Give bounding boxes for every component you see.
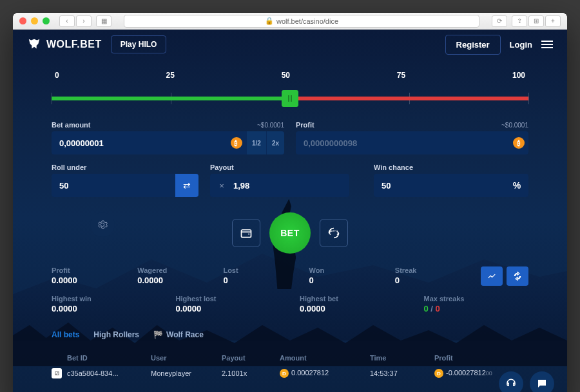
window-zoom[interactable] xyxy=(43,17,50,24)
svg-text:AUTO: AUTO xyxy=(330,229,338,232)
maxstreaks-value: 0 / 0 xyxy=(424,304,529,313)
tab-all-bets[interactable]: All bets xyxy=(52,330,79,339)
highbet-value: 0.0000 xyxy=(300,304,405,313)
settings-button[interactable] xyxy=(90,212,115,237)
table-row[interactable]: ⚂ c35a5804-834... Moneyplayer 2.1001x D0… xyxy=(52,364,528,382)
doge-icon: D xyxy=(280,369,289,378)
browser-titlebar: ‹ › ▦ 🔒 wolf.bet/casino/dice ⟳ ⇪ ⊞ + xyxy=(13,13,567,30)
nav-forward[interactable]: › xyxy=(76,15,92,27)
wallet-icon xyxy=(240,227,253,239)
nav-tabs[interactable]: ⊞ xyxy=(528,15,544,27)
stat-streak-label: Streak xyxy=(395,266,461,274)
maxstreaks-label: Max streaks xyxy=(424,295,529,303)
profit-label: Profit xyxy=(296,121,314,129)
bet-amount-label: Bet amount xyxy=(52,121,91,129)
stat-profit-label: Profit xyxy=(52,266,118,274)
cell-payout: 2.1001x xyxy=(222,369,280,377)
dice-icon: ⚂ xyxy=(52,368,62,378)
half-button[interactable]: 1/2 xyxy=(246,131,266,154)
chart-button[interactable] xyxy=(481,266,503,286)
menu-icon[interactable] xyxy=(541,41,553,48)
stat-won-value: 0 xyxy=(309,275,376,285)
roll-under-input[interactable] xyxy=(52,174,175,197)
login-link[interactable]: Login xyxy=(510,40,532,50)
cell-amount: D0.00027812 xyxy=(280,369,370,378)
profit-input[interactable] xyxy=(296,131,513,154)
gear-icon xyxy=(97,219,108,230)
stat-wagered-value: 0.0000 xyxy=(137,275,204,285)
headset-icon xyxy=(505,378,517,389)
tab-high-rollers[interactable]: High Rollers xyxy=(93,330,139,339)
dice-slider[interactable] xyxy=(52,86,528,112)
doge-icon: D xyxy=(434,369,443,378)
winchance-input[interactable] xyxy=(374,174,505,197)
highwin-value: 0.0000 xyxy=(52,304,157,313)
swap-icon[interactable]: ⇄ xyxy=(175,174,198,197)
multiply-icon: × xyxy=(210,174,233,197)
payout-input[interactable] xyxy=(233,174,349,197)
refresh-button[interactable] xyxy=(507,266,528,286)
stat-wagered-label: Wagered xyxy=(137,266,204,274)
btc-icon: ₿ xyxy=(231,137,242,149)
nav-back[interactable]: ‹ xyxy=(59,15,75,27)
window-minimize[interactable] xyxy=(31,17,38,24)
nav-share[interactable]: ⇪ xyxy=(512,15,527,27)
play-hilo-button[interactable]: Play HILO xyxy=(111,35,167,53)
lock-icon: 🔒 xyxy=(265,17,274,25)
chat-button[interactable] xyxy=(530,371,554,392)
stat-won-label: Won xyxy=(309,266,376,274)
nav-newtab[interactable]: + xyxy=(545,15,561,27)
stat-lost-label: Lost xyxy=(223,266,289,274)
profit-hint: ~$0.0001 xyxy=(501,122,528,129)
percent-icon: % xyxy=(505,174,528,197)
btc-icon: ₿ xyxy=(513,137,525,149)
brand-logo[interactable]: WOLF.BET xyxy=(27,37,102,51)
roll-under-label: Roll under xyxy=(52,163,198,171)
slider-handle[interactable] xyxy=(282,90,298,107)
chat-icon xyxy=(536,378,548,389)
cell-user: Moneyplayer xyxy=(151,369,222,377)
flag-icon: 🏁 xyxy=(153,330,163,339)
auto-button[interactable]: AUTO xyxy=(320,219,348,247)
url-text: wolf.bet/casino/dice xyxy=(276,17,338,25)
table-header: Bet ID User Payout Amount Time Profit xyxy=(52,351,528,364)
wallet-button[interactable] xyxy=(232,219,260,247)
highlost-label: Highest lost xyxy=(176,295,281,303)
stat-streak-value: 0 xyxy=(395,275,461,285)
stat-lost-value: 0 xyxy=(223,275,289,285)
auto-icon: AUTO xyxy=(327,227,340,239)
window-close[interactable] xyxy=(19,17,26,24)
url-bar[interactable]: 🔒 wolf.bet/casino/dice xyxy=(124,15,479,28)
tab-wolf-race[interactable]: 🏁Wolf Race xyxy=(153,330,204,339)
nav-reload[interactable]: ⟳ xyxy=(492,15,507,27)
register-button[interactable]: Register xyxy=(445,35,501,55)
svg-rect-0 xyxy=(242,230,251,238)
brand-text: WOLF.BET xyxy=(46,39,102,50)
support-button[interactable] xyxy=(499,371,523,392)
slider-labels: 0 25 50 75 100 xyxy=(52,71,528,80)
stat-profit-value: 0.0000 xyxy=(52,275,118,285)
bet-amount-input[interactable] xyxy=(52,131,231,154)
payout-label: Payout xyxy=(210,163,349,171)
refresh-icon xyxy=(513,272,522,281)
highlost-value: 0.0000 xyxy=(176,304,281,313)
chart-icon xyxy=(487,272,496,281)
nav-sidebar[interactable]: ▦ xyxy=(96,15,111,27)
double-button[interactable]: 2x xyxy=(266,131,284,154)
highwin-label: Highest win xyxy=(52,295,157,303)
highbet-label: Highest bet xyxy=(300,295,405,303)
wolf-icon xyxy=(27,37,41,51)
winchance-label: Win chance xyxy=(374,163,528,171)
cell-time: 14:53:37 xyxy=(370,369,434,377)
cell-betid: c35a5804-834... xyxy=(67,369,151,377)
bet-amount-hint: ~$0.0001 xyxy=(257,122,284,129)
bet-button[interactable]: BET xyxy=(269,212,311,254)
